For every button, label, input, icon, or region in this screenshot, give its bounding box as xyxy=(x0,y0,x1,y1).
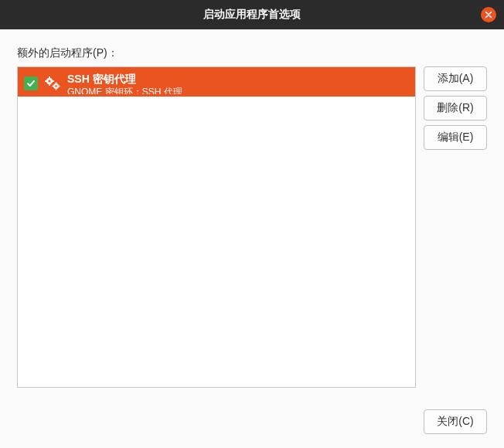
svg-rect-2 xyxy=(49,76,50,79)
svg-rect-5 xyxy=(52,80,54,82)
footer: 关闭(C) xyxy=(0,403,504,448)
item-enabled-checkbox[interactable] xyxy=(24,76,38,90)
svg-rect-8 xyxy=(56,83,57,85)
startup-programs-list[interactable]: SSH 密钥代理 GNOME 密钥环：SSH 代理 xyxy=(17,66,416,388)
list-label: 额外的启动程序(P)： xyxy=(17,46,487,60)
remove-button[interactable]: 删除(R) xyxy=(424,96,487,120)
svg-rect-3 xyxy=(49,83,50,86)
gears-icon xyxy=(44,75,61,92)
titlebar: 启动应用程序首选项 xyxy=(0,0,504,29)
item-subtitle: GNOME 密钥环：SSH 代理 xyxy=(67,87,182,94)
content-area: 额外的启动程序(P)： xyxy=(0,29,504,403)
close-icon xyxy=(485,11,492,19)
close-window-button[interactable] xyxy=(481,7,496,22)
svg-rect-9 xyxy=(56,88,57,90)
startup-applications-dialog: 启动应用程序首选项 额外的启动程序(P)： xyxy=(0,0,504,448)
svg-rect-11 xyxy=(58,86,60,87)
item-title: SSH 密钥代理 xyxy=(67,73,182,86)
checkmark-icon xyxy=(26,79,36,88)
window-title: 启动应用程序首选项 xyxy=(203,8,301,22)
item-text: SSH 密钥代理 GNOME 密钥环：SSH 代理 xyxy=(67,73,182,94)
side-buttons: 添加(A) 删除(R) 编辑(E) xyxy=(424,66,487,388)
svg-point-7 xyxy=(55,85,56,87)
main-row: SSH 密钥代理 GNOME 密钥环：SSH 代理 添加(A) 删除(R) 编辑… xyxy=(17,66,487,388)
svg-point-1 xyxy=(48,80,50,82)
close-button[interactable]: 关闭(C) xyxy=(424,409,487,434)
list-item[interactable]: SSH 密钥代理 GNOME 密钥环：SSH 代理 xyxy=(18,67,415,97)
add-button[interactable]: 添加(A) xyxy=(424,66,487,91)
svg-rect-10 xyxy=(53,86,55,87)
edit-button[interactable]: 编辑(E) xyxy=(424,125,487,150)
svg-rect-4 xyxy=(45,80,47,82)
